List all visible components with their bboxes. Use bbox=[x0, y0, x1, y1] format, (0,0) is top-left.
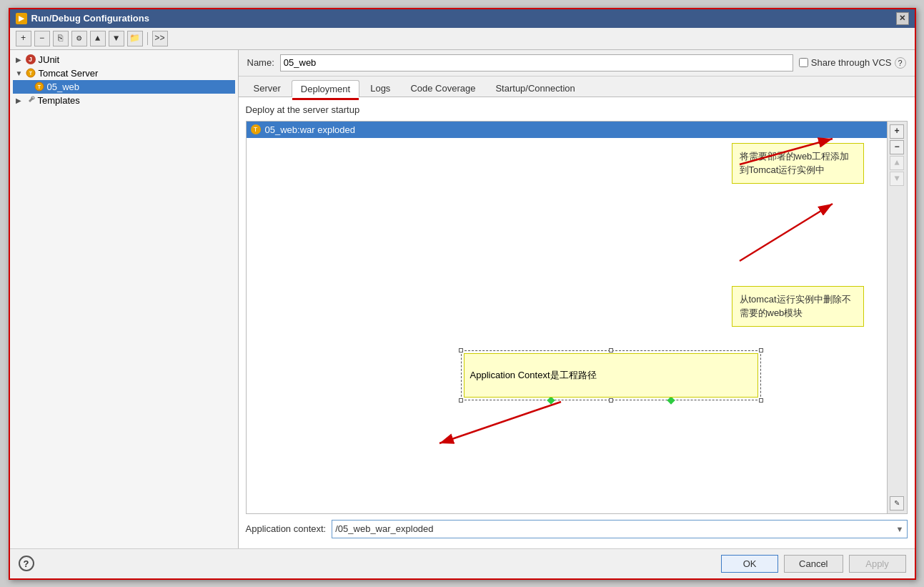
05web-label: 05_web bbox=[47, 82, 80, 92]
dialog-icon: ▶ bbox=[16, 13, 27, 24]
settings-button[interactable]: ⚙ bbox=[71, 31, 87, 46]
app-context-label: Application context: bbox=[246, 523, 327, 534]
deploy-down-button[interactable]: ▼ bbox=[890, 172, 904, 186]
callout-add: 将需要部署的web工程添加到Tomcat运行实例中 bbox=[732, 143, 864, 184]
more-button[interactable]: >> bbox=[152, 31, 168, 46]
tree-item-junit[interactable]: ▶ J JUnit bbox=[13, 53, 235, 66]
remove-config-button[interactable]: − bbox=[34, 31, 50, 46]
tree-item-05web[interactable]: T 05_web bbox=[13, 80, 235, 94]
copy-config-button[interactable]: ⎘ bbox=[53, 31, 69, 46]
svg-line-8 bbox=[740, 204, 833, 261]
share-vcs-checkbox[interactable] bbox=[799, 58, 808, 67]
folder-button[interactable]: 📁 bbox=[127, 31, 143, 46]
tomcat-icon: T bbox=[26, 68, 36, 78]
deploy-label: Deploy at the server startup bbox=[246, 104, 908, 115]
05web-icon: T bbox=[34, 82, 44, 92]
handle-tl bbox=[459, 348, 463, 352]
deploy-remove-button[interactable]: − bbox=[890, 140, 904, 154]
share-vcs-help: ? bbox=[895, 57, 906, 69]
templates-arrow: ▶ bbox=[16, 97, 23, 104]
close-button[interactable]: ✕ bbox=[896, 12, 909, 25]
deploy-edit-button[interactable]: ✎ bbox=[890, 496, 904, 510]
tabs-bar: Server Deployment Logs Code Coverage Sta… bbox=[239, 77, 915, 97]
app-context-dropdown-icon[interactable]: ▼ bbox=[896, 525, 904, 533]
app-context-input[interactable]: /05_web_war_exploded ▼ bbox=[332, 520, 907, 538]
ok-button[interactable]: OK bbox=[721, 555, 778, 573]
deployment-content: Deploy at the server startup T 05_web:wa… bbox=[239, 97, 915, 548]
name-label: Name: bbox=[247, 57, 274, 68]
selection-box-container: Application Context是工程路径 bbox=[461, 350, 761, 400]
dialog-title: Run/Debug Configurations bbox=[31, 13, 149, 24]
config-tree: ▶ J JUnit ▼ T Tomcat Server bbox=[10, 50, 238, 548]
cancel-button[interactable]: Cancel bbox=[784, 555, 843, 573]
apply-button[interactable]: Apply bbox=[849, 555, 906, 573]
name-input[interactable] bbox=[280, 54, 793, 71]
tab-startup-connection[interactable]: Startup/Connection bbox=[486, 79, 584, 97]
tomcat-arrow: ▼ bbox=[16, 69, 23, 77]
share-vcs-label: Share through VCS bbox=[811, 57, 892, 68]
deploy-list-area: T 05_web:war exploded + − ▲ ▼ ✎ bbox=[246, 121, 908, 514]
help-button[interactable]: ? bbox=[19, 556, 34, 571]
svg-text:T: T bbox=[37, 84, 41, 89]
main-content: ▶ J JUnit ▼ T Tomcat Server bbox=[10, 50, 915, 548]
main-toolbar: + − ⎘ ⚙ ▲ ▼ 📁 >> bbox=[10, 28, 915, 50]
deploy-up-button[interactable]: ▲ bbox=[890, 156, 904, 170]
callout-remove-text: 从tomcat运行实例中删除不需要的web模块 bbox=[740, 294, 851, 319]
tab-server[interactable]: Server bbox=[244, 79, 290, 97]
junit-icon: J bbox=[26, 54, 36, 64]
deploy-item-05web[interactable]: T 05_web:war exploded bbox=[247, 122, 907, 138]
handle-tr bbox=[759, 348, 763, 352]
deploy-add-button[interactable]: + bbox=[890, 124, 904, 139]
name-row: Name: Share through VCS ? bbox=[239, 50, 915, 77]
add-config-button[interactable]: + bbox=[16, 31, 31, 46]
handle-bm bbox=[609, 398, 613, 403]
move-down-button[interactable]: ▼ bbox=[109, 31, 124, 46]
tab-logs[interactable]: Logs bbox=[361, 79, 399, 97]
title-bar: ▶ Run/Debug Configurations ✕ bbox=[10, 9, 915, 28]
tree-item-tomcat[interactable]: ▼ T Tomcat Server bbox=[13, 66, 235, 80]
deploy-item-icon: T bbox=[251, 124, 261, 134]
callout-context: Application Context是工程路径 bbox=[464, 353, 758, 398]
right-panel: Name: Share through VCS ? Server Deploym… bbox=[239, 50, 915, 548]
app-context-value: /05_web_war_exploded bbox=[335, 523, 433, 534]
run-debug-dialog: ▶ Run/Debug Configurations ✕ + − ⎘ ⚙ ▲ ▼… bbox=[9, 8, 916, 580]
app-context-row: Application context: /05_web_war_explode… bbox=[246, 514, 908, 541]
bottom-bar: ? OK Cancel Apply bbox=[10, 548, 915, 578]
handle-tm bbox=[609, 348, 613, 352]
junit-arrow: ▶ bbox=[16, 56, 23, 64]
handle-bl bbox=[459, 398, 463, 403]
callout-remove: 从tomcat运行实例中删除不需要的web模块 bbox=[732, 286, 864, 327]
svg-text:T: T bbox=[29, 71, 32, 76]
callout-context-text: Application Context是工程路径 bbox=[470, 369, 597, 382]
callout-add-text: 将需要部署的web工程添加到Tomcat运行实例中 bbox=[740, 151, 850, 176]
tab-code-coverage[interactable]: Code Coverage bbox=[401, 79, 485, 97]
side-buttons: + − ▲ ▼ ✎ bbox=[887, 122, 907, 513]
title-bar-left: ▶ Run/Debug Configurations bbox=[16, 13, 149, 24]
action-buttons: OK Cancel Apply bbox=[721, 555, 905, 573]
tomcat-label: Tomcat Server bbox=[39, 68, 99, 79]
svg-line-10 bbox=[439, 402, 561, 443]
tree-item-templates[interactable]: ▶ Templates bbox=[13, 94, 235, 107]
handle-br bbox=[759, 398, 763, 403]
toolbar-separator bbox=[147, 32, 148, 45]
move-up-button[interactable]: ▲ bbox=[90, 31, 106, 46]
templates-icon bbox=[26, 96, 35, 105]
templates-label: Templates bbox=[38, 95, 80, 106]
tab-deployment[interactable]: Deployment bbox=[292, 80, 359, 97]
left-panel: ▶ J JUnit ▼ T Tomcat Server bbox=[10, 50, 239, 548]
share-vcs-row: Share through VCS ? bbox=[799, 57, 906, 69]
junit-label: JUnit bbox=[39, 54, 60, 65]
deploy-item-label: 05_web:war exploded bbox=[265, 124, 355, 135]
